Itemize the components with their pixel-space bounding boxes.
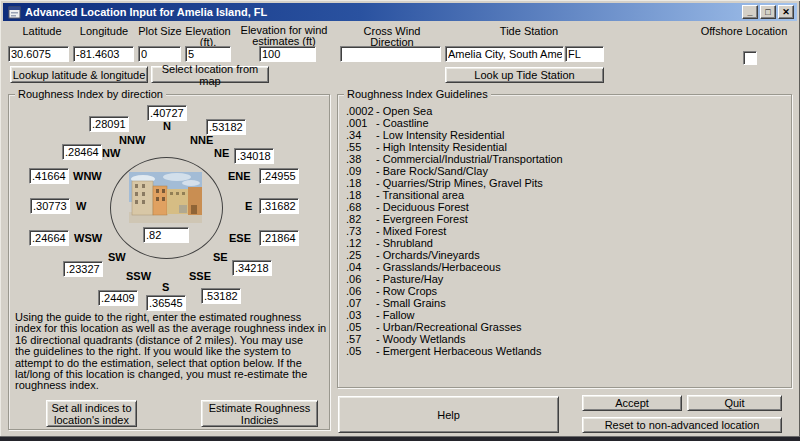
roughness-input-wnw[interactable] (29, 168, 69, 184)
tide-state-input[interactable] (565, 46, 604, 62)
guideline-label: - Transitional area (376, 189, 464, 201)
guideline-value: .68 (346, 201, 376, 213)
latitude-input[interactable] (8, 46, 69, 62)
plot-size-input[interactable] (138, 46, 181, 62)
guideline-label: - Low Intensity Residential (376, 129, 504, 141)
longitude-input[interactable] (73, 46, 134, 62)
guideline-label: - High Intensity Residential (376, 141, 507, 153)
guideline-label: - Fallow (376, 309, 415, 321)
guideline-item: .25- Orchards/Vineyards (346, 249, 785, 261)
guidelines-groupbox-title: Roughness Index Guidelines (344, 88, 491, 100)
roughness-input-se[interactable] (232, 260, 272, 276)
guideline-label: - Deciduous Forest (376, 201, 469, 213)
roughness-input-e[interactable] (259, 198, 299, 214)
guideline-item: .06- Pasture/Hay (346, 273, 785, 285)
direction-label-ene: ENE (228, 170, 251, 182)
lookup-tide-button[interactable]: Look up Tide Station (445, 67, 604, 83)
guideline-item: .73- Mixed Forest (346, 225, 785, 237)
close-icon: ✕ (782, 8, 790, 17)
set-all-indices-button[interactable]: Set all indices to location's index (46, 400, 137, 427)
advanced-location-dialog: Advanced Location Input for Amelia Islan… (0, 0, 800, 441)
accept-button[interactable]: Accept (582, 395, 682, 411)
window-bottom-edge (0, 436, 800, 441)
guideline-label: - Woody Wetlands (376, 333, 465, 345)
guideline-value: .09 (346, 165, 376, 177)
roughness-input-sse[interactable] (201, 288, 241, 304)
plot-size-label: Plot Size (138, 26, 182, 37)
minimize-button[interactable]: _ (742, 5, 758, 19)
title-bar[interactable]: Advanced Location Input for Amelia Islan… (3, 3, 797, 21)
tide-station-label: Tide Station (470, 26, 588, 37)
direction-label-s: S (162, 281, 169, 293)
roughness-input-ese[interactable] (259, 230, 299, 246)
elevation-label: Elevation (ft). (183, 26, 233, 48)
select-from-map-button[interactable]: Select location from map (151, 66, 269, 83)
guideline-label: - Small Grains (376, 297, 446, 309)
reset-button[interactable]: Reset to non-advanced location (582, 417, 782, 433)
site-photo (129, 172, 202, 223)
roughness-input-ssw[interactable] (98, 290, 138, 306)
guideline-value: .18 (346, 177, 376, 189)
close-button[interactable]: ✕ (778, 5, 794, 19)
guidelines-list: .0002- Open Sea.001- Coastline.34- Low I… (346, 105, 785, 357)
roughness-input-sw[interactable] (63, 261, 103, 277)
direction-label-se: SE (213, 251, 228, 263)
guideline-item: .38- Commercial/Industrial/Transportatio… (346, 153, 785, 165)
roughness-input-n[interactable] (147, 105, 187, 121)
guideline-item: .34- Low Intensity Residential (346, 129, 785, 141)
roughness-input-wsw[interactable] (29, 230, 69, 246)
elevation-input[interactable] (185, 46, 231, 62)
guideline-label: - Orchards/Vineyards (376, 249, 480, 261)
guideline-value: .06 (346, 273, 376, 285)
roughness-input-s[interactable] (146, 295, 186, 311)
guideline-label: - Bare Rock/Sand/Clay (376, 165, 488, 177)
direction-label-n: N (163, 120, 171, 132)
guideline-label: - Grasslands/Herbaceous (376, 261, 501, 273)
direction-label-w: W (76, 200, 86, 212)
roughness-input-w[interactable] (30, 198, 70, 214)
roughness-center-input[interactable] (143, 227, 189, 243)
estimate-roughness-button[interactable]: Estimate Roughness Indicies (201, 400, 318, 427)
maximize-button[interactable]: □ (760, 5, 776, 19)
guideline-value: .07 (346, 297, 376, 309)
roughness-groupbox: Roughness Index by direction NNNENEENEEE… (8, 94, 330, 430)
guideline-value: .0002 (346, 105, 376, 117)
cross-wind-input[interactable] (340, 46, 441, 62)
guideline-item: .05- Emergent Herbaceous Wetlands (346, 345, 785, 357)
direction-label-ssw: SSW (126, 270, 151, 282)
roughness-input-nnw[interactable] (89, 116, 129, 132)
longitude-label: Longitude (74, 26, 134, 37)
guideline-value: .04 (346, 261, 376, 273)
wind-elevation-input[interactable] (259, 46, 316, 62)
lookup-latlong-button[interactable]: Lookup latitude & longitude (10, 66, 148, 83)
guideline-label: - Shrubland (376, 237, 433, 249)
roughness-input-ne[interactable] (234, 148, 274, 164)
guideline-value: .38 (346, 153, 376, 165)
tide-station-input[interactable] (445, 46, 564, 62)
roughness-input-nne[interactable] (206, 119, 246, 135)
guideline-label: - Urban/Recreational Grasses (376, 321, 522, 333)
guideline-label: - Evergreen Forest (376, 213, 468, 225)
direction-label-wsw: WSW (74, 232, 102, 244)
guideline-label: - Coastline (376, 117, 429, 129)
guideline-item: .12- Shrubland (346, 237, 785, 249)
guideline-item: .18- Quarries/Strip Mines, Gravel Pits (346, 177, 785, 189)
quit-button[interactable]: Quit (687, 395, 782, 411)
roughness-input-nw[interactable] (62, 144, 102, 160)
guideline-item: .18- Transitional area (346, 189, 785, 201)
guideline-item: .68- Deciduous Forest (346, 201, 785, 213)
guideline-label: - Quarries/Strip Mines, Gravel Pits (376, 177, 543, 189)
guideline-item: .06- Row Crops (346, 285, 785, 297)
direction-label-ne: NE (214, 147, 229, 159)
help-button[interactable]: Help (338, 396, 559, 433)
direction-label-wnw: WNW (73, 170, 102, 182)
guideline-value: .06 (346, 285, 376, 297)
guideline-item: .001- Coastline (346, 117, 785, 129)
offshore-checkbox[interactable] (743, 51, 757, 65)
wind-elevation-label: Elevation for wind estimates (ft) (240, 25, 328, 47)
direction-label-nne: NNE (190, 134, 213, 146)
roughness-input-ene[interactable] (259, 168, 299, 184)
guideline-value: .57 (346, 333, 376, 345)
maximize-icon: □ (765, 8, 770, 17)
direction-label-sw: SW (108, 251, 126, 263)
